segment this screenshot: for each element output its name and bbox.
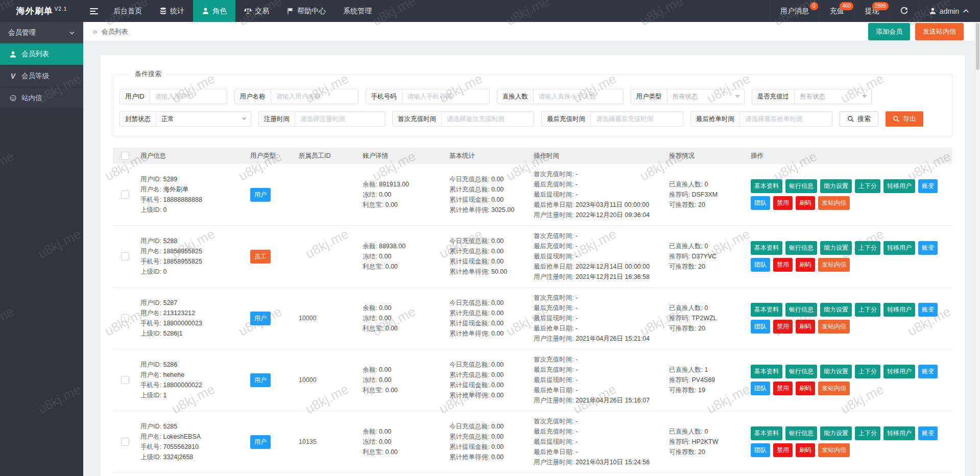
adjust-balance-button[interactable]: 上下分 [855,179,880,193]
row-checkbox[interactable] [121,191,129,199]
send-site-message-button[interactable]: 发站内信 [818,196,850,210]
cell-operation-time: 首次充值时间: - 最后充值时间: - 最后提现时间: - 最后抢单日期: 20… [531,231,666,282]
transfer-user-button[interactable]: 转移用户 [883,426,915,440]
select-all-checkbox[interactable] [121,152,129,160]
account-change-button[interactable]: 账变 [918,303,938,317]
disable-button[interactable]: 禁用 [773,382,793,395]
admin-username: admin [940,7,959,15]
admin-dropdown[interactable]: admin [918,0,980,22]
row-checkbox[interactable] [121,252,129,260]
send-site-message-button[interactable]: 发站内信 [818,258,850,272]
account-change-button[interactable]: 账变 [918,241,938,255]
adjust-balance-button[interactable]: 上下分 [855,365,880,378]
sidebar-toggle-button[interactable] [83,0,105,22]
ban-status-select[interactable]: 正常 [156,112,251,126]
table-row: 用户ID: 5287 用户名: 213123212 手机号: 188000000… [113,288,952,349]
ability-settings-button[interactable]: 能力设置 [820,365,852,378]
bank-info-button[interactable]: 银行信息 [785,303,817,317]
user-messages-button[interactable]: 用户消息 0 [770,0,819,22]
profile-button[interactable]: 基本资料 [751,426,782,440]
scrollbar-thumb[interactable] [976,23,979,70]
add-member-button[interactable]: 添加会员 [868,23,910,40]
send-site-message-button[interactable]: 发站内信 [818,443,850,457]
cell-operation-time: 首次充值时间: - 最后充值时间: - 最后提现时间: - 最后抢单日期: - … [531,293,666,344]
account-change-button[interactable]: 账变 [918,179,938,193]
sidebar-group-member-management[interactable]: 会员管理 [0,22,83,43]
phone-input[interactable] [402,89,489,104]
ability-settings-button[interactable]: 能力设置 [820,426,852,440]
profile-button[interactable]: 基本资料 [751,179,782,193]
disable-button[interactable]: 禁用 [773,320,793,334]
profile-button[interactable]: 基本资料 [751,241,782,255]
transfer-user-button[interactable]: 转移用户 [883,365,915,378]
brush-code-button[interactable]: 刷码 [796,443,815,457]
bank-info-button[interactable]: 银行信息 [785,241,817,255]
team-button[interactable]: 团队 [751,382,770,395]
export-button[interactable]: 导出 [886,111,923,127]
send-site-message-button[interactable]: 发站内信 [818,382,850,395]
transfer-user-button[interactable]: 转移用户 [883,179,915,193]
menu-item-home[interactable]: 后台首页 [105,0,151,22]
disable-button[interactable]: 禁用 [773,258,793,272]
menu-item-help[interactable]: 帮助中心 [278,0,334,22]
has-recharged-select[interactable]: 所有状态 [795,89,871,104]
adjust-balance-button[interactable]: 上下分 [855,303,880,317]
first-recharge-time-input[interactable] [442,112,534,126]
sidebar-item-member-level[interactable]: V 会员等级 [0,65,83,87]
header-user-type: 用户类型 [247,152,296,160]
menu-item-system[interactable]: 系统管理 [334,0,380,22]
ability-settings-button[interactable]: 能力设置 [820,179,852,193]
withdraw-button[interactable]: 提现 2889 [854,0,890,22]
top-navbar: 海外刷单 V2.1 后台首页 统计 角色 交易 帮助中心 系统 [0,0,980,22]
team-button[interactable]: 团队 [751,258,770,272]
row-checkbox[interactable] [121,438,129,446]
adjust-balance-button[interactable]: 上下分 [855,241,880,255]
recharge-button[interactable]: 充值 460 [819,0,854,22]
header-referral-info: 推荐情况 [666,152,748,160]
last-recharge-time-field-group: 最后充值时间 [541,111,683,127]
member-table: 用户信息 用户类型 所属员工ID 账户详情 基本统计 操作时间 推荐情况 操作 … [113,148,952,473]
profile-button[interactable]: 基本资料 [751,303,782,317]
cell-operation-time: 首次充值时间: - 最后充值时间: - 最后提现时间: - 最后抢单日期: 20… [531,169,666,220]
bank-info-button[interactable]: 银行信息 [785,365,817,378]
disable-button[interactable]: 禁用 [773,196,793,210]
user-type-select[interactable]: 所有状态 [667,89,744,104]
transfer-user-button[interactable]: 转移用户 [883,241,915,255]
team-button[interactable]: 团队 [751,443,770,457]
refresh-button[interactable] [890,0,918,22]
row-checkbox[interactable] [121,314,129,322]
menu-item-roles[interactable]: 角色 [193,0,235,22]
sidebar-item-member-list[interactable]: 会员列表 [0,43,83,65]
search-button[interactable]: 搜索 [840,111,878,127]
row-checkbox[interactable] [121,376,129,384]
vertical-scrollbar[interactable] [975,22,980,476]
user-id-input[interactable] [150,89,227,104]
transfer-user-button[interactable]: 转移用户 [883,303,915,317]
cell-user-type: 用户 [247,435,296,449]
send-message-button[interactable]: 发送站内信 [915,23,964,40]
sidebar-item-site-message[interactable]: 站内信 [0,87,83,109]
adjust-balance-button[interactable]: 上下分 [855,426,880,440]
ability-settings-button[interactable]: 能力设置 [820,241,852,255]
account-change-button[interactable]: 账变 [918,426,938,440]
last-grab-time-input[interactable] [740,112,832,126]
brush-code-button[interactable]: 刷码 [796,320,815,334]
brush-code-button[interactable]: 刷码 [796,382,815,395]
ability-settings-button[interactable]: 能力设置 [820,303,852,317]
send-site-message-button[interactable]: 发站内信 [818,320,850,334]
account-change-button[interactable]: 账变 [918,365,938,378]
user-name-input[interactable] [271,89,358,104]
direct-referrals-input[interactable] [534,89,623,104]
last-recharge-time-input[interactable] [591,112,683,126]
disable-button[interactable]: 禁用 [773,443,793,457]
team-button[interactable]: 团队 [751,196,770,210]
menu-item-stats[interactable]: 统计 [151,0,193,22]
bank-info-button[interactable]: 银行信息 [785,179,817,193]
profile-button[interactable]: 基本资料 [751,365,782,378]
team-button[interactable]: 团队 [751,320,770,334]
register-time-input[interactable] [295,112,385,126]
brush-code-button[interactable]: 刷码 [796,196,815,210]
menu-item-trade[interactable]: 交易 [235,0,278,22]
brush-code-button[interactable]: 刷码 [796,258,815,272]
bank-info-button[interactable]: 银行信息 [785,426,817,440]
